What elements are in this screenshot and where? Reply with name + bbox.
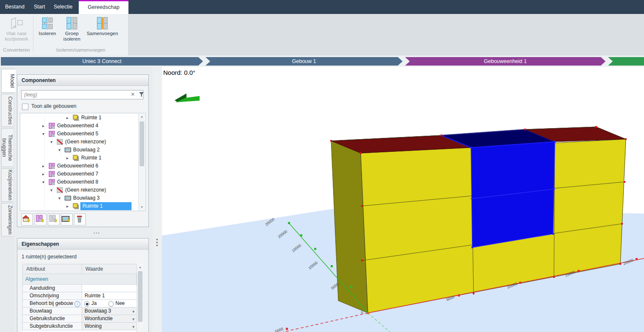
tree-item-bouwlaag[interactable]: Bouwlaag 3 (20, 194, 139, 202)
group-row-algemeen: Algemeen (22, 274, 137, 285)
componenten-title: Componenten (17, 75, 148, 86)
breadcrumb: Uniec 3 Connect Gebouw 1 Gebouweenheid 1 (0, 56, 644, 66)
side-tab-kozijnmerken[interactable]: Kozijnmerken (1, 168, 13, 202)
col-header-waarde: Waarde (82, 264, 137, 274)
gebouweenheid-icon (49, 123, 55, 129)
tree-item-gebouweenheid[interactable]: Gebouweenheid 4 (20, 122, 139, 130)
selection-status: 1 ruimte(n) geselecteerd (22, 254, 77, 260)
scene-3d[interactable]: 25000 20000 15000 10000 5000 0 5000 1000… (162, 67, 644, 332)
bouwlaag-icon (65, 147, 71, 153)
prop-name: Behoort bij gebouw i (22, 299, 82, 307)
scroll-up-icon[interactable] (137, 264, 143, 270)
add-rekenzone-button[interactable] (48, 214, 60, 225)
toon-alle-label: Toon alle gebouwen (31, 103, 77, 109)
ruimte-icon (73, 203, 79, 209)
vlak-naar-kozijnmerk-icon (9, 16, 24, 30)
isoleren-icon (42, 16, 53, 30)
info-icon[interactable]: i (74, 301, 80, 307)
side-tab-model[interactable]: Model (1, 69, 16, 93)
side-tab-zonweringen[interactable]: Zonweringen (1, 203, 13, 236)
north-arrow-icon (175, 93, 200, 102)
groep-isoleren-icon (66, 16, 77, 30)
breadcrumb-gebouw[interactable]: Gebouw 1 (206, 57, 403, 66)
viewport-3d[interactable]: Noord: 0.0° (162, 67, 644, 332)
breadcrumb-next[interactable] (608, 57, 644, 66)
add-rekenzone-icon (48, 214, 58, 224)
tree-item-ruimte[interactable]: Ruimte 1 (20, 114, 139, 122)
bouwlaag-icon (65, 195, 71, 201)
ruimte-icon (73, 155, 79, 161)
breadcrumb-gebouweenheid[interactable]: Gebouweenheid 1 (405, 57, 606, 66)
side-tabstrip: Model Constructies Thermische bruggen Ko… (0, 67, 15, 332)
tree-item-bouwlaag[interactable]: Bouwlaag 2 (20, 146, 139, 154)
scrollbar-thumb[interactable] (138, 271, 143, 322)
eigenschappen-title: Eigenschappen (17, 239, 148, 250)
expand-icon[interactable] (42, 162, 44, 170)
search-input[interactable] (21, 90, 143, 99)
scrollbar-thumb[interactable] (140, 121, 144, 166)
prop-value-aanduiding[interactable] (82, 284, 137, 292)
geen-rekenzone-icon (57, 139, 63, 145)
expand-icon[interactable] (66, 154, 69, 162)
prop-value-behoort[interactable]: Ja Nee (82, 299, 137, 307)
tab-start[interactable]: Start (34, 0, 45, 14)
prop-dropdown-bouwlaag[interactable]: Bouwlaag 3 (82, 307, 137, 315)
clear-search-icon[interactable] (131, 91, 135, 97)
tab-selectie[interactable]: Selectie (54, 0, 72, 14)
properties-scrollbar[interactable] (137, 264, 143, 332)
breadcrumb-uniec[interactable]: Uniec 3 Connect (1, 57, 203, 66)
prop-dropdown-gebruiksfunctie[interactable]: Woonfunctie (82, 315, 137, 323)
tree-item-gebouweenheid[interactable]: Gebouweenheid 6 (20, 162, 139, 170)
tree-item-gebouweenheid[interactable]: Gebouweenheid 7 (20, 170, 139, 178)
geen-rekenzone-icon (57, 187, 63, 193)
tree-item-gebouweenheid[interactable]: Gebouweenheid 5 (20, 130, 139, 138)
expand-icon[interactable] (66, 202, 69, 210)
expand-icon[interactable] (42, 170, 44, 178)
samenvoegen-button[interactable]: Samenvoegen (86, 16, 119, 36)
tree-item-ruimte-selected[interactable]: Ruimte 1 (20, 202, 139, 210)
collapse-icon[interactable] (42, 178, 44, 186)
side-tab-thermische-bruggen[interactable]: Thermische bruggen (1, 128, 13, 167)
expand-icon[interactable] (42, 122, 44, 130)
radio-nee[interactable] (108, 301, 114, 307)
isoleren-button[interactable]: Isoleren (36, 16, 58, 36)
prop-value-omschrijving[interactable]: Ruimte 1 (82, 292, 137, 300)
trash-icon (74, 214, 85, 224)
collapse-icon[interactable] (42, 130, 44, 138)
gebouweenheid-icon (49, 171, 55, 177)
groep-isoleren-button[interactable]: Groep isoleren (61, 16, 83, 42)
gebouweenheid-icon (49, 163, 55, 169)
prop-name: Gebruiksfunctie (22, 315, 82, 323)
expand-icon[interactable] (66, 114, 69, 122)
radio-ja[interactable] (84, 301, 90, 307)
chevron-down-icon (132, 308, 134, 315)
panel-splitter-handle[interactable] (93, 229, 100, 237)
tab-bestand[interactable]: Bestand (5, 0, 25, 14)
tree-item-geen-rekenzone[interactable]: (Geen rekenzone) (20, 138, 139, 146)
ruimte-icon (73, 115, 79, 121)
scroll-down-icon[interactable] (139, 204, 145, 210)
main-splitter[interactable]: ••• (153, 67, 162, 332)
add-gebouweenheid-button[interactable] (35, 214, 47, 225)
collapse-icon[interactable] (58, 146, 60, 154)
group-label-isoleren-samenvoegen: Isoleren/samenvoegen (34, 47, 128, 54)
collapse-icon[interactable] (50, 186, 52, 194)
side-tab-constructies[interactable]: Constructies (1, 94, 13, 127)
tree-item-ruimte[interactable]: Ruimte 1 (20, 154, 139, 162)
add-gebouweenheid-icon (35, 214, 45, 224)
filter-icon[interactable] (139, 92, 144, 97)
add-gebouw-button[interactable] (21, 214, 33, 225)
prop-name: Subgebruiksfunctie (22, 322, 82, 330)
collapse-icon[interactable] (58, 194, 60, 202)
prop-dropdown-subgebruiksfunctie[interactable]: Woning (82, 322, 137, 330)
tree-item-geen-rekenzone[interactable]: (Geen rekenzone) (20, 186, 139, 194)
tree-scrollbar[interactable] (138, 114, 145, 210)
collapse-icon[interactable] (50, 138, 52, 146)
scroll-up-icon[interactable] (139, 114, 145, 120)
add-bouwlaag-button[interactable] (61, 214, 73, 225)
vlak-naar-kozijnmerk-button[interactable]: Vlak naar kozijnmerk (3, 16, 30, 42)
delete-button[interactable] (74, 214, 86, 225)
tab-gereedschap[interactable]: Gereedschap (79, 0, 129, 14)
toon-alle-checkbox[interactable] (22, 104, 28, 110)
tree-item-gebouweenheid[interactable]: Gebouweenheid 8 (20, 178, 139, 186)
